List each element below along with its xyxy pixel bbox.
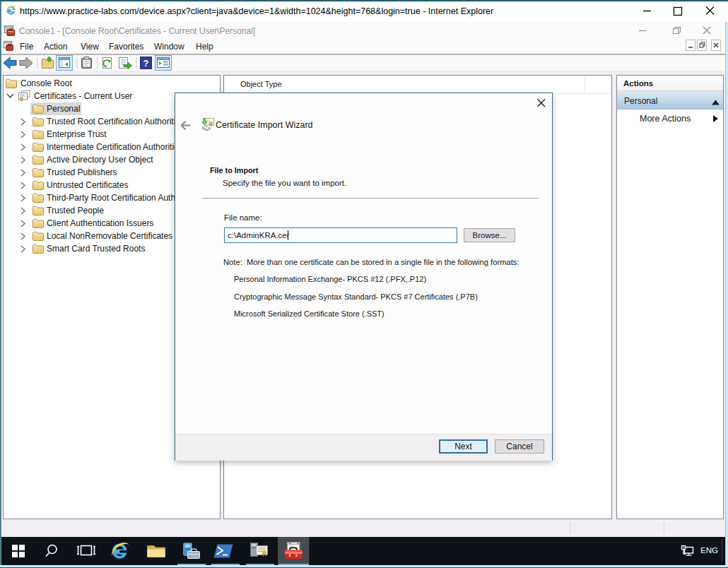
svg-text:?: ? (143, 58, 149, 69)
